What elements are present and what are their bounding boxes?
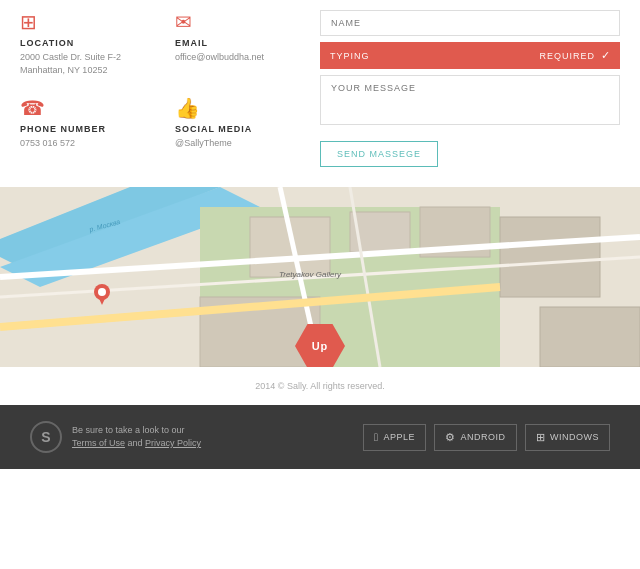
apple-icon:  — [374, 431, 379, 443]
android-button[interactable]: ⚙ ANDROID — [434, 424, 517, 451]
name-group — [320, 10, 620, 36]
location-item: ⊞ LOCATION 2000 Castle Dr. Suite F-2 Man… — [20, 10, 145, 76]
typing-label: TYPING — [330, 51, 539, 61]
email-item: ✉ EMAIL office@owlbuddha.net — [175, 10, 300, 76]
footer-brand: S Be sure to take a look to our Terms of… — [30, 421, 201, 453]
terms-link[interactable]: Terms of Use — [72, 438, 125, 448]
phone-item: ☎ PHONE NUMBER 0753 016 572 — [20, 96, 145, 150]
phone-icon: ☎ — [20, 96, 145, 120]
privacy-link[interactable]: Privacy Policy — [145, 438, 201, 448]
email-value: office@owlbuddha.net — [175, 51, 300, 64]
apple-button[interactable]:  APPLE — [363, 424, 426, 451]
android-icon: ⚙ — [445, 431, 456, 444]
email-label: EMAIL — [175, 38, 300, 48]
store-buttons:  APPLE ⚙ ANDROID ⊞ WINDOWS — [363, 424, 610, 451]
svg-text:Tretyakov Gallery: Tretyakov Gallery — [279, 270, 342, 279]
windows-button[interactable]: ⊞ WINDOWS — [525, 424, 611, 451]
email-icon: ✉ — [175, 10, 300, 34]
contact-form: TYPING REQUIRED ✓ SEND MASSEGE — [300, 10, 620, 167]
phone-value: 0753 016 572 — [20, 137, 145, 150]
dark-footer: S Be sure to take a look to our Terms of… — [0, 405, 640, 469]
windows-icon: ⊞ — [536, 431, 546, 444]
svg-rect-7 — [500, 217, 600, 297]
footer-brand-text: Be sure to take a look to our Terms of U… — [72, 424, 201, 451]
map-section: Tretyakov Gallery р. Москва Up — [0, 187, 640, 367]
name-input[interactable] — [320, 10, 620, 36]
social-icon: 👍 — [175, 96, 300, 120]
copyright-section: 2014 © Sally. All rights reserved. — [0, 367, 640, 405]
message-group — [320, 75, 620, 129]
social-value: @SallyTheme — [175, 137, 300, 150]
location-label: LOCATION — [20, 38, 145, 48]
social-item: 👍 SOCIAL MEDIA @SallyTheme — [175, 96, 300, 150]
message-input[interactable] — [320, 75, 620, 125]
copyright-text: 2014 © Sally. All rights reserved. — [255, 381, 385, 391]
typing-row: TYPING REQUIRED ✓ — [320, 42, 620, 69]
required-label: REQUIRED — [539, 51, 595, 61]
contact-info: ⊞ LOCATION 2000 Castle Dr. Suite F-2 Man… — [20, 10, 300, 167]
social-label: SOCIAL MEDIA — [175, 124, 300, 134]
contact-section: ⊞ LOCATION 2000 Castle Dr. Suite F-2 Man… — [0, 0, 640, 187]
send-button[interactable]: SEND MASSEGE — [320, 141, 438, 167]
phone-label: PHONE NUMBER — [20, 124, 145, 134]
location-icon: ⊞ — [20, 10, 145, 34]
check-icon: ✓ — [601, 49, 610, 62]
brand-icon: S — [30, 421, 62, 453]
svg-rect-8 — [540, 307, 640, 367]
contact-grid: ⊞ LOCATION 2000 Castle Dr. Suite F-2 Man… — [20, 10, 300, 150]
svg-point-19 — [98, 288, 106, 296]
location-value: 2000 Castle Dr. Suite F-2 Manhattan, NY … — [20, 51, 145, 76]
